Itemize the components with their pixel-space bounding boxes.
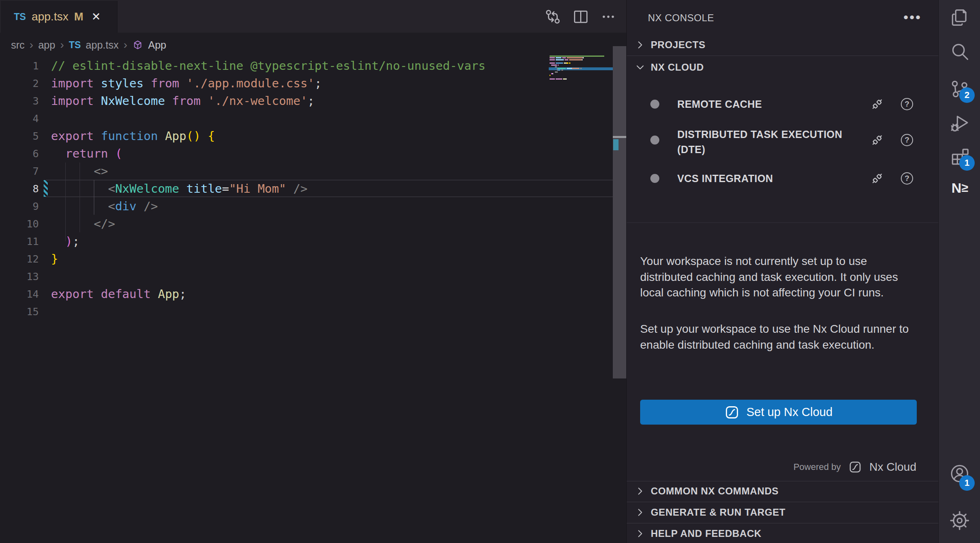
code-line[interactable]: 2import styles from './app.module.css'; — [0, 75, 613, 92]
breadcrumb-folder[interactable]: src — [11, 39, 24, 51]
code-line[interactable]: 1// eslint-disable-next-line @typescript… — [0, 57, 613, 75]
minimap-line — [550, 75, 550, 76]
minimap-line — [550, 62, 570, 64]
overview-ruler-cursor-marker — [613, 136, 626, 138]
code-line[interactable]: 11 ); — [0, 233, 613, 250]
breadcrumb-folder[interactable]: app — [38, 39, 55, 51]
nx-cloud-item-label: REMOTE CACHE — [677, 97, 853, 112]
chevron-right-icon — [634, 485, 646, 497]
setup-instruction-text: Set up your workspace to use the Nx Clou… — [640, 321, 918, 353]
chevron-right-icon — [634, 39, 646, 51]
breadcrumb: src › app › TS app.tsx › App — [11, 36, 166, 54]
run-debug-icon[interactable] — [939, 107, 980, 140]
code-text: <NxWelcome title="Hi Mom" /> — [51, 180, 308, 198]
workspace-status-text: Your workspace is not currently set up t… — [640, 254, 918, 301]
code-line[interactable]: 6 return ( — [0, 145, 613, 162]
nx-console-panel: NX CONSOLE ••• PROJECTS NX CLOUD REMOTE … — [626, 0, 938, 543]
open-changes-icon[interactable] — [543, 7, 562, 26]
line-number: 8 — [0, 180, 39, 198]
help-icon[interactable]: ? — [901, 98, 913, 110]
code-text: import styles from './app.module.css'; — [51, 75, 322, 92]
help-icon[interactable]: ? — [901, 172, 913, 185]
line-number: 1 — [0, 57, 39, 75]
status-dot-icon — [650, 174, 659, 183]
code-text: // eslint-disable-next-line @typescript-… — [51, 57, 486, 75]
chevron-right-icon — [634, 506, 646, 519]
section-label: GENERATE & RUN TARGET — [651, 503, 785, 521]
code-text: <> — [51, 162, 108, 180]
line-number: 15 — [0, 303, 39, 320]
section-label: COMMON NX COMMANDS — [651, 482, 778, 500]
panel-more-actions-icon[interactable]: ••• — [903, 8, 922, 26]
minimap[interactable] — [549, 52, 613, 89]
section-projects[interactable]: PROJECTS — [627, 36, 939, 54]
code-line[interactable]: 15 — [0, 303, 613, 320]
connect-plug-icon[interactable] — [869, 132, 885, 148]
search-icon[interactable] — [939, 36, 980, 68]
divider — [627, 523, 939, 523]
code-line[interactable]: 4 — [0, 110, 613, 127]
minimap-line — [550, 69, 563, 71]
code-text: ); — [51, 233, 80, 250]
code-line[interactable]: 14export default App; — [0, 285, 613, 303]
setup-nx-cloud-button[interactable]: Set up Nx Cloud — [640, 400, 917, 425]
breadcrumb-symbol[interactable]: App — [148, 39, 166, 51]
powered-by-brand: Nx Cloud — [869, 461, 916, 474]
activity-bar: 2 1 N≥ 1 — [938, 0, 980, 543]
help-icon[interactable]: ? — [901, 134, 913, 146]
divider — [627, 481, 939, 481]
source-control-icon[interactable]: 2 — [939, 73, 980, 105]
code-text: export function App() { — [51, 127, 215, 145]
code-line[interactable]: 8 <NxWelcome title="Hi Mom" /> — [0, 180, 613, 198]
nx-cloud-item[interactable]: DISTRIBUTED TASK EXECUTION (DTE)? — [627, 127, 939, 173]
connect-plug-icon[interactable] — [869, 96, 885, 112]
minimap-line — [550, 66, 557, 67]
section-label: HELP AND FEEDBACK — [651, 525, 762, 543]
panel-header: NX CONSOLE ••• — [627, 8, 939, 28]
close-icon[interactable]: ✕ — [91, 10, 101, 23]
tab-app-tsx[interactable]: TS app.tsx M ✕ — [1, 1, 118, 33]
divider — [627, 56, 939, 56]
panel-title: NX CONSOLE — [648, 8, 714, 28]
code-line[interactable]: 13 — [0, 268, 613, 285]
code-line[interactable]: 9 <div /> — [0, 198, 613, 215]
more-actions-icon[interactable] — [599, 7, 618, 26]
section-help-and-feedback[interactable]: HELP AND FEEDBACK — [627, 525, 939, 543]
extensions-icon[interactable]: 1 — [939, 140, 980, 173]
chevron-right-icon — [634, 527, 646, 540]
code-text: return ( — [51, 145, 122, 162]
chevron-down-icon — [634, 61, 646, 73]
powered-by-label: Powered by — [794, 462, 841, 472]
editor-scrollbar[interactable] — [613, 46, 626, 378]
accounts-icon[interactable]: 1 — [939, 457, 980, 490]
code-line[interactable]: 5export function App() { — [0, 127, 613, 145]
explorer-icon[interactable] — [939, 1, 980, 34]
settings-gear-icon[interactable] — [939, 504, 980, 537]
section-nx-cloud[interactable]: NX CLOUD — [627, 58, 939, 76]
section-generate-run-target[interactable]: GENERATE & RUN TARGET — [627, 503, 939, 521]
divider — [627, 502, 939, 502]
code-line[interactable]: 10 </> — [0, 215, 613, 233]
overview-ruler-modified-marker — [613, 139, 619, 150]
nx-cloud-item-label: DISTRIBUTED TASK EXECUTION (DTE) — [677, 127, 853, 157]
nx-cloud-item-label: VCS INTEGRATION — [677, 171, 853, 186]
section-label: NX CLOUD — [651, 58, 704, 76]
section-common-nx-commands[interactable]: COMMON NX COMMANDS — [627, 482, 939, 500]
code-line[interactable]: 3import NxWelcome from './nx-welcome'; — [0, 92, 613, 110]
modified-badge: M — [74, 11, 84, 23]
nx-console-activity-icon[interactable]: N≥ — [939, 171, 980, 204]
line-number: 14 — [0, 285, 39, 303]
breadcrumb-file[interactable]: app.tsx — [86, 39, 119, 51]
code-text: import NxWelcome from './nx-welcome'; — [51, 92, 315, 110]
code-line[interactable]: 12} — [0, 250, 613, 268]
connect-plug-icon[interactable] — [869, 171, 885, 186]
line-number: 2 — [0, 75, 39, 92]
line-number: 6 — [0, 145, 39, 162]
line-number: 9 — [0, 198, 39, 215]
line-number: 4 — [0, 110, 39, 127]
source-control-badge: 2 — [959, 87, 975, 103]
nx-cloud-item[interactable]: VCS INTEGRATION? — [627, 171, 939, 194]
nx-cloud-item[interactable]: REMOTE CACHE? — [627, 97, 939, 120]
split-editor-icon[interactable] — [571, 7, 590, 26]
code-line[interactable]: 7 <> — [0, 162, 613, 180]
